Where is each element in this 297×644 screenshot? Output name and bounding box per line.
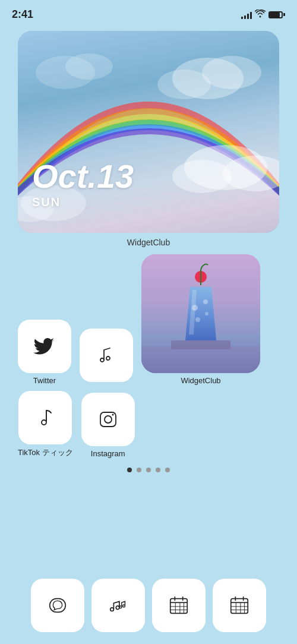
svg-point-24 — [112, 414, 113, 416]
twitter-label: Twitter — [33, 376, 56, 385]
widgetclub-image-icon — [141, 254, 260, 373]
wifi-icon — [255, 10, 266, 20]
widgetclub-app[interactable]: WidgetClub — [141, 254, 260, 385]
svg-point-18 — [203, 299, 208, 304]
widget-date: Oct.13 SUN — [32, 160, 134, 209]
widget-day: SUN — [32, 195, 134, 209]
drink-svg — [141, 254, 260, 373]
svg-point-2 — [157, 70, 211, 99]
svg-rect-39 — [231, 599, 248, 614]
svg-point-26 — [110, 608, 114, 611]
svg-point-29 — [123, 605, 125, 607]
dot-1 — [127, 468, 132, 472]
music-note-icon — [94, 343, 118, 367]
svg-point-19 — [195, 317, 200, 322]
svg-point-10 — [100, 358, 104, 362]
line-icon-bg — [31, 579, 84, 632]
instagram-icon-bg — [81, 393, 135, 446]
battery-icon — [268, 11, 285, 18]
instagram-camera-icon — [96, 408, 120, 431]
widget-area: Oct.13 SUN WidgetClub — [0, 26, 297, 247]
svg-point-21 — [42, 420, 46, 425]
svg-rect-13 — [141, 346, 260, 373]
tiktok-label: TikTok ティック — [18, 447, 73, 458]
svg-point-7 — [172, 160, 232, 193]
calendar2-icon-bg — [213, 579, 266, 632]
music-icon-bg — [80, 329, 133, 382]
svg-rect-14 — [171, 340, 230, 349]
line-app-icon — [46, 594, 69, 617]
signal-icon — [241, 11, 252, 19]
dot-4 — [156, 468, 160, 472]
tiktok-app[interactable]: TikTok ティック — [18, 391, 73, 458]
app-grid: Twitter — [0, 250, 297, 458]
app-row-2: TikTok ティック Instagram — [18, 391, 279, 458]
music-dock-item[interactable] — [91, 579, 145, 632]
svg-point-23 — [105, 416, 112, 423]
svg-point-4 — [36, 56, 95, 89]
music-dock-icon-bg — [91, 579, 145, 632]
svg-point-11 — [106, 356, 110, 360]
svg-rect-30 — [170, 599, 188, 614]
dock — [0, 573, 297, 644]
instagram-app[interactable]: Instagram — [81, 393, 135, 458]
calendar1-icon-bg — [152, 579, 206, 632]
tiktok-music-icon — [33, 406, 57, 430]
svg-point-28 — [119, 606, 122, 608]
dot-5 — [165, 468, 170, 472]
page-dots — [0, 468, 297, 472]
calendar-widget-label: WidgetClub — [18, 238, 279, 247]
svg-point-17 — [192, 305, 198, 311]
instagram-label: Instagram — [91, 449, 125, 458]
twitter-bird-icon — [33, 334, 56, 358]
app-row-1: Twitter — [18, 254, 279, 385]
widgetclub-label: WidgetClub — [181, 376, 220, 385]
status-bar: 2:41 — [0, 0, 297, 26]
tiktok-icon-bg — [18, 391, 72, 444]
music-notes-icon — [107, 594, 129, 617]
status-icons — [241, 10, 285, 20]
calendar-widget[interactable]: Oct.13 SUN — [18, 31, 279, 233]
status-time: 2:41 — [12, 8, 33, 21]
calendar2-icon — [228, 594, 251, 617]
svg-point-1 — [202, 56, 261, 89]
dot-3 — [146, 468, 151, 472]
svg-point-27 — [116, 606, 119, 610]
calendar1-icon — [168, 594, 190, 617]
line-dock-item[interactable] — [31, 579, 84, 632]
calendar2-dock-item[interactable] — [213, 579, 266, 632]
dot-2 — [137, 468, 141, 472]
widget-date-text: Oct.13 — [32, 160, 134, 193]
svg-point-20 — [205, 312, 208, 315]
calendar1-dock-item[interactable] — [152, 579, 206, 632]
twitter-app[interactable]: Twitter — [18, 320, 71, 385]
music-app[interactable] — [80, 329, 133, 385]
twitter-icon-bg — [18, 320, 71, 373]
